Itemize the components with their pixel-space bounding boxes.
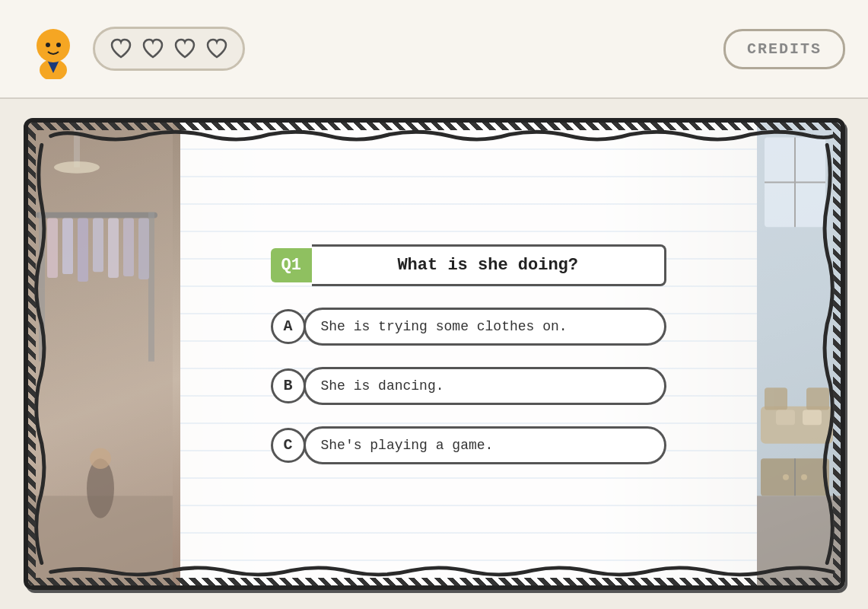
hearts-container [93,27,245,71]
answer-option-b[interactable]: B She is dancing. [271,367,666,405]
video-left-panel [28,123,180,585]
svg-rect-11 [47,218,58,278]
svg-rect-28 [776,410,795,426]
svg-point-4 [56,43,61,47]
svg-rect-30 [757,496,841,585]
svg-rect-16 [123,218,134,276]
svg-rect-27 [806,387,829,410]
heart-2-icon [141,37,165,61]
svg-rect-14 [93,218,103,273]
svg-rect-13 [78,218,88,282]
svg-rect-26 [765,387,787,410]
svg-rect-12 [62,218,73,275]
answer-text-b: She is dancing. [304,367,666,405]
svg-point-2 [37,29,70,62]
heart-1-icon [109,37,133,61]
heart-4-icon [205,37,229,61]
answer-letter-a: A [271,309,306,344]
top-bar: CREDITS [0,0,868,99]
question-label: Q1 [271,248,312,282]
answer-letter-b: B [271,368,306,403]
answer-letter-c: C [271,428,306,463]
heart-3-icon [173,37,197,61]
svg-rect-29 [803,410,822,426]
answer-text-c: She's playing a game. [304,426,666,464]
avatar [23,18,84,79]
svg-rect-17 [138,218,149,279]
sketch-frame: Q1 What is she doing? A She is trying so… [24,118,845,590]
video-right-panel [757,123,841,585]
svg-point-3 [46,43,50,47]
video-background: Q1 What is she doing? A She is trying so… [28,123,841,585]
question-row: Q1 What is she doing? [271,244,666,286]
svg-rect-9 [39,212,45,362]
svg-point-34 [801,474,807,480]
quiz-panel: Q1 What is she doing? A She is trying so… [180,123,757,585]
answer-option-c[interactable]: C She's playing a game. [271,426,666,464]
question-text: What is she doing? [312,244,666,286]
svg-rect-15 [108,218,119,278]
svg-point-20 [90,448,111,469]
answer-text-a: She is trying some clothes on. [304,308,666,346]
svg-rect-10 [148,212,154,362]
answer-option-a[interactable]: A She is trying some clothes on. [271,308,666,346]
svg-point-33 [783,474,789,480]
svg-rect-8 [36,212,157,218]
svg-rect-25 [761,407,833,444]
credits-button[interactable]: CREDITS [723,29,845,69]
avatar-hearts [23,18,245,79]
main-content: Q1 What is she doing? A She is trying so… [0,99,868,609]
